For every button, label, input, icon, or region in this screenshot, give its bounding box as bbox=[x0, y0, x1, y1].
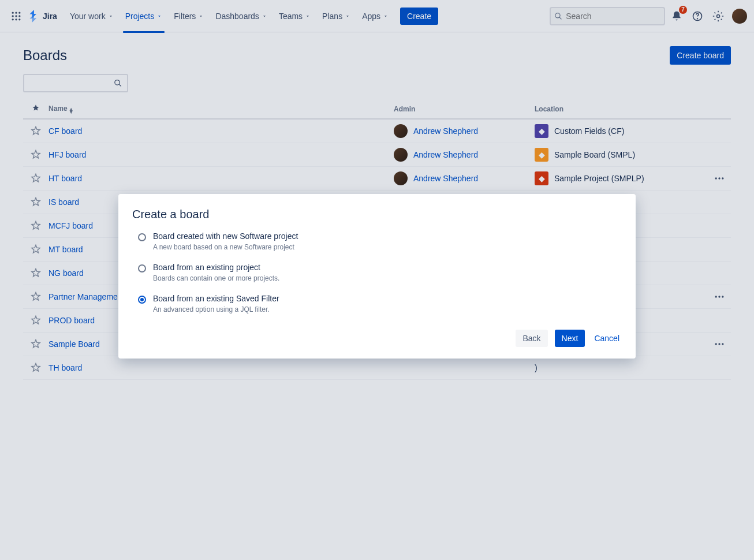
radio-option[interactable]: Board from an existing Saved FilterAn ad… bbox=[138, 294, 622, 313]
radio-icon bbox=[138, 264, 146, 272]
radio-icon bbox=[138, 233, 146, 241]
modal-title: Create a board bbox=[132, 208, 622, 221]
radio-label: Board created with new Software project bbox=[153, 232, 298, 241]
create-board-modal: Create a board Board created with new So… bbox=[118, 194, 636, 359]
back-button[interactable]: Back bbox=[516, 330, 547, 347]
radio-option[interactable]: Board from an existing projectBoards can… bbox=[138, 263, 622, 282]
radio-description: A new board based on a new Software proj… bbox=[153, 243, 298, 251]
next-button[interactable]: Next bbox=[555, 330, 585, 347]
radio-icon bbox=[138, 296, 146, 304]
radio-description: Boards can contain one or more projects. bbox=[153, 274, 279, 282]
radio-label: Board from an existing Saved Filter bbox=[153, 294, 279, 303]
cancel-button[interactable]: Cancel bbox=[592, 330, 622, 347]
radio-label: Board from an existing project bbox=[153, 263, 279, 272]
radio-description: An advanced option using a JQL filter. bbox=[153, 305, 279, 313]
radio-option[interactable]: Board created with new Software projectA… bbox=[138, 232, 622, 251]
